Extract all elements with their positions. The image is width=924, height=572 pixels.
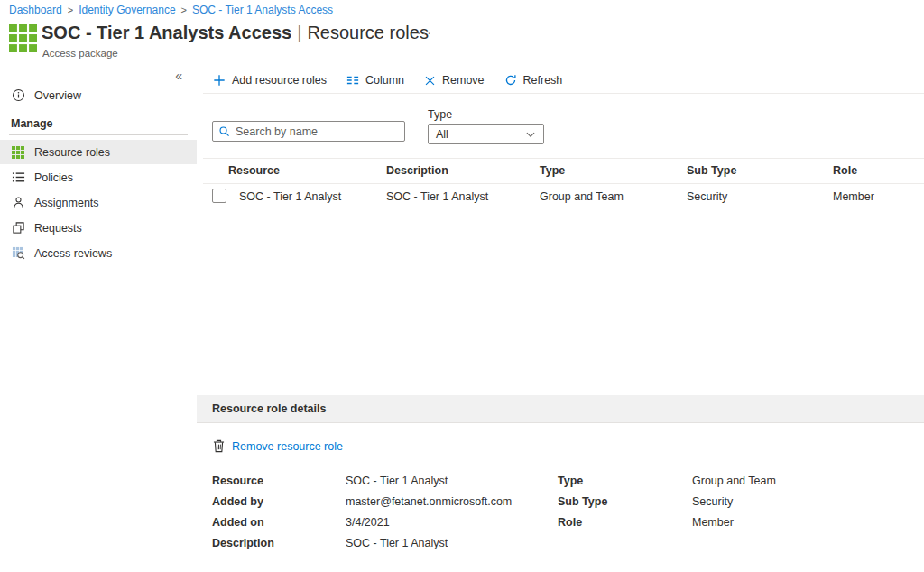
sidebar-item-label: Requests <box>34 222 82 235</box>
sidebar-section-manage: Manage <box>11 117 53 130</box>
field-value: Member <box>692 516 734 529</box>
details-fields-right: Type Group and Team Sub Type Security Ro… <box>558 470 776 532</box>
sidebar: « Overview Manage Resource roles <box>0 63 197 572</box>
detail-field-resource: Resource SOC - Tier 1 Analyst <box>212 470 512 491</box>
breadcrumb-dashboard[interactable]: Dashboard <box>9 4 62 16</box>
page-title-section: Resource roles <box>307 23 429 42</box>
person-icon <box>11 196 25 210</box>
type-select[interactable]: All <box>428 124 544 144</box>
refresh-button[interactable]: Refresh <box>504 74 563 87</box>
add-resource-roles-button[interactable]: Add resource roles <box>213 74 327 87</box>
search-icon <box>218 125 230 137</box>
page-subtitle: Access package <box>42 48 118 59</box>
azure-portal-page: Dashboard>Identity Governance>SOC - Tier… <box>0 0 924 572</box>
field-value: master@fetanet.onmicrosoft.com <box>346 495 512 508</box>
sidebar-collapse-icon[interactable]: « <box>175 69 182 83</box>
field-label: Role <box>558 516 692 529</box>
field-label: Type <box>558 475 692 487</box>
column-button[interactable]: Column <box>346 74 404 87</box>
sidebar-item-resource-roles[interactable]: Resource roles <box>0 140 197 164</box>
details-panel-title: Resource role details <box>212 402 326 415</box>
column-header-resource[interactable]: Resource <box>228 164 280 177</box>
remove-button[interactable]: Remove <box>424 74 485 87</box>
table-row-cell-description[interactable]: SOC - Tier 1 Analyst <box>386 190 488 203</box>
detail-field-role: Role Member <box>558 512 776 532</box>
sidebar-item-policies[interactable]: Policies <box>0 165 197 189</box>
refresh-icon <box>504 74 517 87</box>
breadcrumb-identity-governance[interactable]: Identity Governance <box>79 4 175 16</box>
field-label: Resource <box>212 475 346 487</box>
access-reviews-icon <box>11 246 25 261</box>
table-header-border <box>203 183 924 184</box>
field-value: Security <box>692 495 733 508</box>
column-header-type[interactable]: Type <box>540 164 565 177</box>
sidebar-item-assignments[interactable]: Assignments <box>0 190 197 215</box>
breadcrumb-separator: > <box>181 5 187 15</box>
table-top-border <box>203 158 924 159</box>
sidebar-divider <box>9 134 188 135</box>
sidebar-item-overview[interactable]: Overview <box>0 83 197 107</box>
table-row-cell-type[interactable]: Group and Team <box>540 190 624 203</box>
details-panel-header: Resource role details <box>197 395 924 423</box>
columns-icon <box>346 74 359 87</box>
breadcrumb: Dashboard>Identity Governance>SOC - Tier… <box>9 4 333 16</box>
trash-icon <box>213 439 225 453</box>
table-row-border <box>203 208 924 208</box>
breadcrumb-separator: > <box>68 5 73 15</box>
column-header-role[interactable]: Role <box>833 164 857 177</box>
sidebar-item-label: Resource roles <box>34 146 110 159</box>
row-checkbox[interactable] <box>212 189 226 203</box>
button-label: Refresh <box>523 74 563 87</box>
remove-resource-role-label: Remove resource role <box>232 440 343 453</box>
access-package-grid-icon <box>9 24 37 52</box>
button-label: Add resource roles <box>232 74 327 87</box>
button-label: Remove <box>442 74 485 87</box>
search-input[interactable] <box>236 125 399 138</box>
table-row-cell-sub-type[interactable]: Security <box>687 190 727 203</box>
field-value: SOC - Tier 1 Analyst <box>346 475 448 487</box>
detail-field-type: Type Group and Team <box>558 470 776 491</box>
column-header-sub-type[interactable]: Sub Type <box>687 164 736 177</box>
sidebar-item-label: Assignments <box>34 197 99 209</box>
type-select-value: All <box>436 128 448 141</box>
search-box[interactable] <box>212 121 405 142</box>
remove-resource-role-link[interactable]: Remove resource role <box>213 439 343 453</box>
policies-list-icon <box>11 171 25 185</box>
x-icon <box>424 75 436 87</box>
detail-field-added-on: Added on 3/4/2021 <box>212 512 512 532</box>
field-label: Description <box>212 537 346 549</box>
column-header-description[interactable]: Description <box>386 164 448 177</box>
more-options-icon[interactable]: ··· <box>417 25 432 40</box>
sidebar-item-label: Policies <box>34 171 73 184</box>
table-row-cell-role[interactable]: Member <box>833 190 874 203</box>
button-label: Column <box>365 74 404 87</box>
field-value: 3/4/2021 <box>346 516 390 529</box>
detail-field-added-by: Added by master@fetanet.onmicrosoft.com <box>212 491 512 512</box>
page-title-name: SOC - Tier 1 Analysts Access <box>42 23 291 42</box>
detail-field-sub-type: Sub Type Security <box>558 491 776 512</box>
detail-field-description: Description SOC - Tier 1 Analyst <box>212 532 512 553</box>
sidebar-item-label: Access reviews <box>34 247 112 260</box>
command-bar: Add resource roles Column Remove <box>213 69 562 91</box>
field-value: Group and Team <box>692 475 776 487</box>
breadcrumb-access-package[interactable]: SOC - Tier 1 Analysts Access <box>192 4 333 16</box>
sidebar-item-access-reviews[interactable]: Access reviews <box>0 241 197 265</box>
field-label: Added on <box>212 516 346 529</box>
sidebar-item-label: Overview <box>34 89 81 102</box>
resource-roles-grid-icon <box>11 145 25 160</box>
table-row-cell-resource[interactable]: SOC - Tier 1 Analyst <box>239 190 341 203</box>
info-icon <box>11 88 25 103</box>
plus-icon <box>213 74 226 87</box>
details-fields-left: Resource SOC - Tier 1 Analyst Added by m… <box>212 470 512 553</box>
page-title-separator: | <box>297 23 301 42</box>
field-label: Added by <box>212 495 346 508</box>
type-filter-label: Type <box>428 108 452 121</box>
page-title: SOC - Tier 1 Analysts Access|Resource ro… <box>42 23 429 43</box>
field-label: Sub Type <box>558 495 692 508</box>
field-value: SOC - Tier 1 Analyst <box>346 537 448 549</box>
sidebar-item-requests[interactable]: Requests <box>0 216 197 240</box>
chevron-down-icon <box>525 129 536 140</box>
requests-copy-icon <box>11 221 25 235</box>
toolbar-divider <box>203 93 924 94</box>
